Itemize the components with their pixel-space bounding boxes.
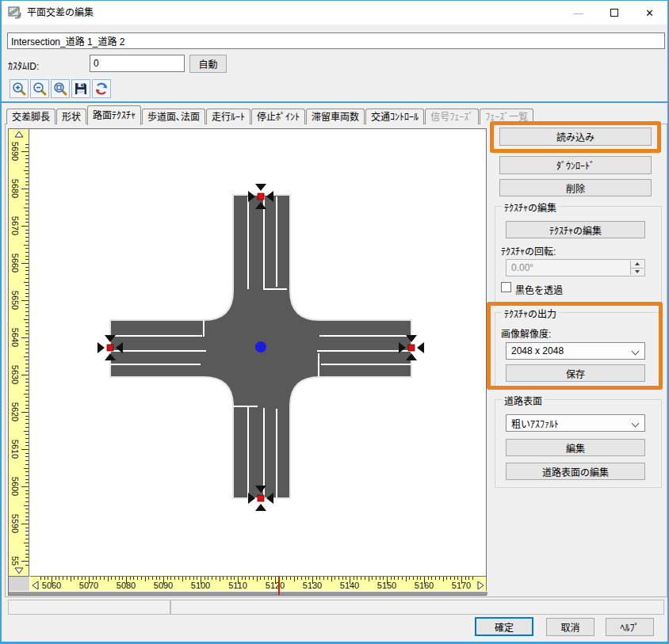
auto-id-button[interactable]: 自動: [189, 55, 227, 73]
ruler-label: 5150: [377, 581, 396, 590]
ruler-tick: [242, 577, 243, 580]
delete-texture-button[interactable]: 削除: [499, 179, 652, 196]
ruler-tick: [25, 438, 29, 439]
ruler-tick: [25, 267, 29, 268]
scroll-right-icon[interactable]: [477, 581, 484, 590]
scroll-left-icon[interactable]: [32, 581, 39, 590]
ruler-tick: [25, 546, 29, 547]
intersection-center-point[interactable]: [255, 341, 266, 352]
ruler-tick: [25, 241, 29, 242]
toolbar-separator: [2, 101, 667, 103]
texture-rotation-spinner[interactable]: 0.00°: [506, 259, 645, 276]
ruler-tick: [472, 577, 473, 580]
ruler-label: 5070: [79, 581, 98, 590]
ruler-tick: [21, 412, 29, 413]
image-resolution-select[interactable]: 2048 x 2048: [506, 342, 645, 360]
ruler-tick: [25, 307, 29, 308]
intersection-drawing-area[interactable]: [30, 129, 486, 576]
save-view-button[interactable]: [71, 79, 90, 98]
ruler-tick: [25, 490, 29, 491]
ruler-tick: [365, 577, 365, 580]
edit-surface-button[interactable]: 編集: [506, 439, 645, 456]
tab-2-active[interactable]: 路面ﾃｸｽﾁｬ: [87, 105, 141, 125]
ruler-tick: [380, 577, 380, 580]
ruler-tick: [25, 382, 29, 383]
tab-4[interactable]: 走行ﾙｰﾄ: [206, 109, 250, 124]
ruler-tick: [406, 577, 407, 581]
cancel-button[interactable]: 取消: [546, 618, 594, 636]
ruler-tick: [25, 233, 29, 234]
ruler-tick: [119, 577, 120, 580]
ruler-tick: [25, 550, 29, 551]
tab-7[interactable]: 交通ｺﾝﾄﾛｰﾙ: [365, 109, 424, 124]
zoom-in-button[interactable]: [10, 79, 29, 98]
ruler-tick: [383, 577, 384, 580]
tab-5[interactable]: 停止ﾎﾟｲﾝﾄ: [251, 109, 305, 124]
ruler-tick: [25, 419, 29, 420]
ruler-tick: [25, 222, 29, 223]
scroll-down-icon[interactable]: [14, 567, 24, 574]
ruler-tick: [93, 577, 94, 580]
ruler-tick: [21, 375, 29, 375]
ruler-tick: [334, 577, 335, 580]
ruler-tick: [402, 577, 403, 580]
ruler-tick: [174, 577, 175, 580]
spinner-up-icon[interactable]: [631, 261, 644, 268]
custom-id-input[interactable]: [90, 55, 185, 72]
ruler-label: 5640: [10, 328, 20, 347]
minimize-icon: —: [560, 1, 596, 25]
ruler-tick: [25, 326, 29, 327]
ruler-tick: [25, 345, 29, 345]
zoom-out-button[interactable]: [30, 79, 49, 98]
tab-3[interactable]: 歩道面､法面: [142, 109, 205, 124]
ruler-tick: [25, 368, 29, 368]
ruler-tick: [323, 577, 324, 580]
close-icon[interactable]: ✕: [632, 1, 667, 25]
refresh-view-button[interactable]: [92, 79, 111, 98]
zoom-region-button[interactable]: [51, 79, 70, 98]
maximize-icon[interactable]: [596, 1, 632, 25]
ruler-tick: [21, 449, 29, 450]
ruler-label: 5590: [10, 514, 20, 533]
spinner-down-icon[interactable]: [631, 268, 644, 276]
transparent-black-checkbox[interactable]: [501, 282, 511, 292]
ruler-tick: [25, 460, 29, 461]
tab-1[interactable]: 形状: [56, 109, 86, 124]
ruler-tick: [189, 577, 190, 580]
ruler-tick: [25, 256, 29, 257]
ruler-tick: [450, 577, 451, 580]
scroll-up-icon[interactable]: [14, 131, 24, 138]
ruler-tick: [25, 252, 29, 253]
tab-0[interactable]: 交差脚長: [6, 109, 55, 124]
ruler-tick: [25, 173, 29, 174]
chevron-down-icon: [632, 420, 640, 428]
save-texture-button[interactable]: 保存: [506, 364, 645, 382]
ruler-tick: [398, 577, 399, 580]
intersection-name-input[interactable]: [7, 32, 665, 49]
ok-button[interactable]: 確定: [475, 617, 533, 636]
road-surface-edit-button[interactable]: 道路表面の編集: [506, 463, 645, 480]
ruler-label: 5110: [228, 581, 247, 590]
load-texture-button[interactable]: 読み込み: [499, 128, 652, 146]
ruler-tick: [420, 577, 421, 580]
ruler-tick: [327, 577, 328, 580]
ruler-tick: [21, 226, 29, 227]
ruler-tick: [264, 577, 265, 580]
ruler-tick: [25, 501, 29, 502]
ruler-tick: [21, 524, 29, 524]
zoom-out-icon: [32, 81, 48, 97]
ruler-tick: [208, 577, 208, 580]
road-surface-group-title: 道路表面: [502, 394, 545, 407]
help-button[interactable]: ﾍﾙﾌﾟ: [606, 618, 654, 636]
ruler-tick: [104, 577, 105, 580]
tab-6[interactable]: 滞留車両数: [306, 109, 365, 124]
texture-rotation-value: 0.00°: [511, 262, 533, 273]
ruler-tick: [25, 162, 29, 163]
road-surface-select[interactable]: 粗いｱｽﾌｧﾙﾄ: [506, 414, 645, 432]
download-texture-button[interactable]: ﾀﾞｳﾝﾛｰﾄﾞ: [499, 156, 652, 174]
ruler-tick: [25, 516, 29, 517]
ruler-tick: [394, 577, 395, 580]
ruler-tick: [25, 456, 29, 457]
texture-edit-button[interactable]: ﾃｸｽﾁｬの編集: [506, 221, 645, 238]
ruler-label: 5140: [340, 581, 359, 590]
